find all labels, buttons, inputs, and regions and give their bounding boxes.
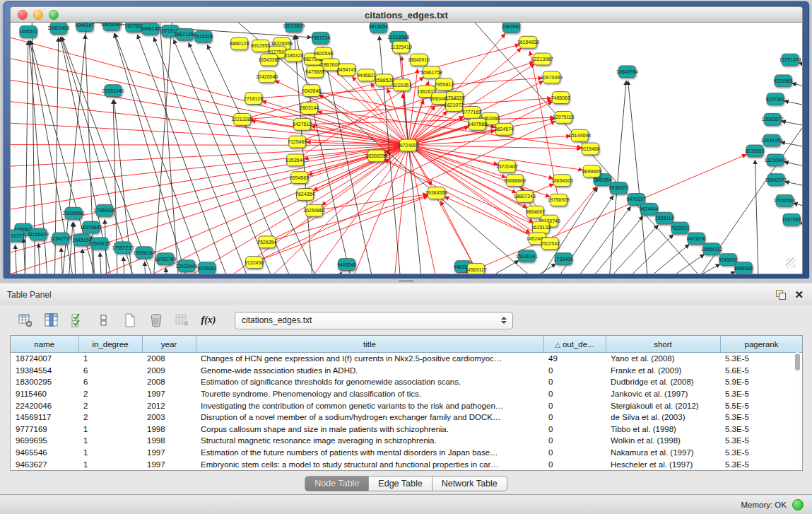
table-cell[interactable]: Dudbridge et al. (2008) <box>606 376 720 388</box>
memory-ok-indicator[interactable] <box>792 499 804 510</box>
network-node[interactable]: 7485063 <box>551 92 570 104</box>
table-cell[interactable]: 2 <box>78 411 142 424</box>
table-row[interactable]: 1830029562008Estimation of significance … <box>11 376 803 388</box>
network-node[interactable]: 1167533 <box>782 214 801 226</box>
network-edge[interactable] <box>634 255 704 274</box>
table-cell[interactable]: Jankovic et al. (1997) <box>606 388 720 400</box>
table-cell[interactable]: 5.3E-5 <box>720 424 803 436</box>
network-node[interactable]: 2935114 <box>655 212 674 224</box>
network-node[interactable]: 1615132 <box>531 221 551 233</box>
table-cell[interactable]: Hescheler et al. (1997) <box>606 458 720 470</box>
table-cell[interactable]: Genome-wide association studies in ADHD. <box>196 365 543 377</box>
table-cell[interactable]: 1 <box>78 435 142 447</box>
network-edge[interactable] <box>541 196 613 274</box>
table-cell[interactable]: 1997 <box>142 388 196 400</box>
network-node[interactable]: 9046167 <box>75 23 94 31</box>
network-edge[interactable] <box>322 272 342 274</box>
column-header-year[interactable]: year <box>142 336 196 353</box>
network-edge[interactable] <box>440 201 476 269</box>
network-node[interactable]: 18640910 <box>408 54 430 66</box>
table-row[interactable]: 969969511998Structural magnetic resonanc… <box>11 435 803 447</box>
table-cell[interactable]: 22420046 <box>11 399 78 411</box>
network-node[interactable]: 14671358 <box>174 28 196 40</box>
network-node[interactable]: 9699695 <box>582 165 601 177</box>
table-row[interactable]: 946362711997Embryonic stem cells: a mode… <box>11 458 803 470</box>
network-edge[interactable] <box>784 162 802 168</box>
table-cell[interactable]: 5.3E-5 <box>720 458 803 470</box>
column-header-name[interactable]: name <box>11 336 78 353</box>
table-cell[interactable]: 2 <box>78 388 142 400</box>
network-edge[interactable] <box>784 101 802 107</box>
table-cell[interactable]: 2009 <box>142 365 196 377</box>
scrollbar-thumb[interactable] <box>795 354 800 370</box>
table-cell[interactable]: Yano et al. (2008) <box>606 353 720 365</box>
table-row[interactable]: 2242004622012Investigating the contribut… <box>11 399 803 411</box>
network-node[interactable]: 6497568 <box>468 118 487 130</box>
create-column-button[interactable] <box>120 311 140 329</box>
table-cell[interactable]: 9463627 <box>11 458 78 470</box>
table-cell[interactable]: Tibbo et al. (1998) <box>606 424 720 436</box>
table-cell[interactable]: 0 <box>543 424 606 436</box>
network-node[interactable]: 11156829 <box>28 228 49 240</box>
network-node[interactable]: 2522542 <box>541 238 560 250</box>
network-edge[interactable] <box>650 264 720 274</box>
table-cell[interactable]: 5.3E-5 <box>720 447 803 459</box>
table-cell[interactable]: 1 <box>78 424 142 436</box>
network-node[interactable]: 19958167 <box>133 247 155 259</box>
table-cell[interactable]: Stergiakouli et al. (2012) <box>606 399 720 411</box>
network-node[interactable]: 16782759 <box>154 253 176 265</box>
table-cell[interactable]: 5.9E-5 <box>720 376 803 388</box>
network-node[interactable]: 12342737 <box>49 233 71 245</box>
table-cell[interactable]: 14569117 <box>11 411 78 424</box>
network-edge[interactable] <box>82 249 84 274</box>
network-edge[interactable] <box>137 35 236 274</box>
network-node[interactable]: 12975115 <box>553 111 575 123</box>
network-edge[interactable] <box>792 83 802 90</box>
network-node[interactable]: 8471676 <box>687 233 706 245</box>
network-node[interactable]: 16543382 <box>258 54 280 66</box>
column-header-in_degree[interactable]: in_degree <box>78 336 142 353</box>
network-node[interactable]: 9153544 <box>286 154 305 166</box>
table-cell[interactable]: 18724007 <box>11 353 78 365</box>
tab-network-table[interactable]: Network Table <box>433 476 507 491</box>
network-node[interactable]: 9465546 <box>337 259 356 271</box>
network-node[interactable]: 16648784 <box>616 66 638 78</box>
panel-divider[interactable] <box>0 279 812 284</box>
table-cell[interactable]: 9465546 <box>11 447 78 459</box>
delete-table-button-disabled[interactable] <box>172 311 192 329</box>
network-edge[interactable] <box>16 245 18 274</box>
divider-handle[interactable] <box>399 280 414 282</box>
network-node[interactable]: 9446821 <box>357 69 376 81</box>
network-node[interactable]: 1405572 <box>18 25 37 37</box>
network-node[interactable]: 8594563 <box>290 172 309 184</box>
network-node[interactable]: 1733426 <box>554 253 573 265</box>
network-node[interactable]: 18724007 <box>397 139 419 151</box>
network-node[interactable]: 2718126 <box>244 93 263 105</box>
table-cell[interactable]: 0 <box>543 411 606 424</box>
network-node[interactable]: 7632621 <box>671 222 690 234</box>
table-cell[interactable]: 1997 <box>142 447 196 459</box>
network-edge[interactable] <box>11 146 408 169</box>
network-node[interactable]: 15720407 <box>496 160 518 173</box>
table-cell[interactable]: Tourette syndrome. Phenomenology and cla… <box>196 388 543 400</box>
table-cell[interactable]: Disruption of a novel member of a sodium… <box>196 411 543 424</box>
table-cell[interactable]: Embryonic stem cells: a model to study s… <box>196 458 543 470</box>
network-node[interactable]: 22420046 <box>256 71 278 83</box>
network-node[interactable]: 1621072 <box>445 100 464 112</box>
network-node[interactable]: 10973493 <box>541 71 563 83</box>
network-node[interactable]: 1588520 <box>375 74 394 86</box>
network-node[interactable]: 3624574 <box>495 123 514 135</box>
table-cell[interactable]: 2003 <box>142 411 196 424</box>
minimize-window-button[interactable] <box>33 10 43 20</box>
network-edge[interactable] <box>11 145 408 146</box>
table-cell[interactable]: 5.3E-5 <box>720 353 803 365</box>
network-node[interactable]: 9227342 <box>765 93 784 105</box>
row-height-button[interactable] <box>94 311 114 329</box>
network-edge[interactable] <box>571 216 643 274</box>
column-header-pagerank[interactable]: pagerank <box>720 336 803 353</box>
network-edge[interactable] <box>145 262 147 274</box>
network-node[interactable]: 7125469 <box>288 136 307 148</box>
network-edge[interactable] <box>100 252 102 274</box>
network-edge[interactable] <box>602 235 673 274</box>
table-row[interactable]: 946554611997Estimation of the future num… <box>11 447 803 459</box>
